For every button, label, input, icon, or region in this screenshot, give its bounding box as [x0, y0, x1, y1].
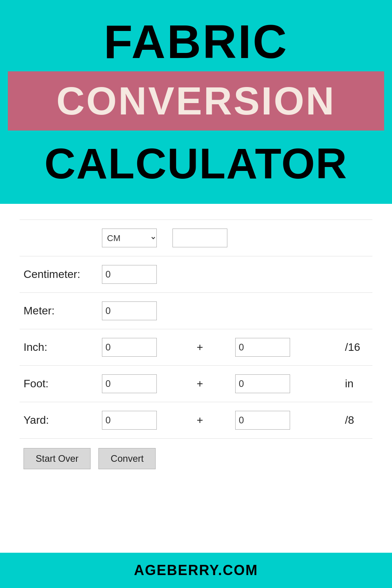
inch-plus: + — [169, 329, 231, 366]
title-conversion: CONVERSION — [56, 79, 336, 123]
title-calculator: CALCULATOR — [44, 134, 348, 204]
content-section: CM IN FT YD M Centimeter: — [0, 204, 392, 553]
yard-fraction-input[interactable] — [235, 411, 290, 430]
inch-input[interactable] — [102, 338, 157, 357]
centimeter-input[interactable] — [102, 265, 157, 284]
inch-fraction-label: /16 — [341, 329, 372, 366]
yard-plus: + — [169, 402, 231, 439]
footer-text: AGEBERRY.COM — [134, 562, 258, 579]
inch-fraction-input[interactable] — [235, 338, 290, 357]
foot-inch-label: in — [341, 366, 372, 402]
foot-input[interactable] — [102, 374, 157, 393]
foot-plus: + — [169, 366, 231, 402]
buttons-row: Start Over Convert — [20, 439, 372, 473]
meter-input[interactable] — [102, 301, 157, 320]
meter-row: Meter: — [20, 293, 372, 329]
footer: AGEBERRY.COM — [0, 553, 392, 588]
title-fabric: FABRIC — [104, 16, 289, 67]
inch-label: Inch: — [20, 329, 98, 366]
centimeter-row: Centimeter: — [20, 256, 372, 293]
conversion-band: CONVERSION — [8, 71, 384, 131]
unit-row: CM IN FT YD M — [20, 220, 372, 256]
yard-row: Yard: + /8 — [20, 402, 372, 439]
convert-button[interactable]: Convert — [98, 448, 156, 469]
yard-input[interactable] — [102, 411, 157, 430]
main-input[interactable] — [172, 229, 227, 247]
foot-inch-input[interactable] — [235, 374, 290, 393]
inch-row: Inch: + /16 — [20, 329, 372, 366]
centimeter-label: Centimeter: — [20, 256, 98, 293]
converter-form: CM IN FT YD M Centimeter: — [20, 220, 372, 439]
yard-fraction-label: /8 — [341, 402, 372, 439]
meter-label: Meter: — [20, 293, 98, 329]
foot-row: Foot: + in — [20, 366, 372, 402]
start-over-button[interactable]: Start Over — [24, 448, 91, 469]
yard-label: Yard: — [20, 402, 98, 439]
foot-label: Foot: — [20, 366, 98, 402]
header: FABRIC CONVERSION CALCULATOR — [0, 0, 392, 204]
unit-select[interactable]: CM IN FT YD M — [102, 229, 157, 247]
